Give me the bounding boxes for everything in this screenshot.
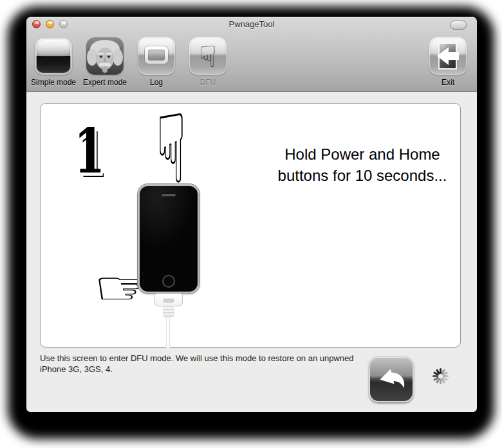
hand-pointing-down-icon: ☟ — [156, 101, 186, 197]
icon-gloss — [140, 39, 173, 55]
progress-spinner — [430, 366, 451, 386]
instruction-panel: 1 ☟ ☞ Hold Power and Home buttons for 10… — [40, 103, 461, 348]
exit-door-arrow-icon — [429, 37, 467, 75]
toolbar-item-simple-mode[interactable]: Simple mode — [28, 37, 79, 87]
back-button[interactable] — [369, 356, 414, 402]
usb-cable — [166, 317, 170, 348]
iphone-illustration — [138, 184, 200, 294]
back-curved-arrow-icon — [377, 364, 408, 395]
dock-connector-plug — [154, 294, 183, 306]
titlebar[interactable]: PwnageTool — [26, 17, 477, 31]
pwnagetool-window: PwnageTool Simple mode — [26, 17, 477, 412]
toolbar-item-log[interactable]: Log — [131, 37, 182, 87]
instruction-headline: Hold Power and Home buttons for 10 secon… — [267, 144, 458, 186]
toolbar-item-label: Simple mode — [28, 78, 79, 87]
iphone-earpiece — [162, 193, 176, 196]
cable-strain-relief — [163, 306, 174, 317]
simple-mode-icon — [35, 37, 72, 75]
toolbar-item-dfu: ☟ DFU — [182, 37, 234, 87]
window-title: PwnageTool — [26, 19, 477, 29]
dfu-description-text: Use this screen to enter DFU mode. We wi… — [40, 353, 369, 375]
icon-gloss — [38, 40, 69, 57]
icon-gloss — [191, 39, 225, 55]
toolbar-item-exit[interactable]: Exit — [422, 37, 474, 87]
toolbar-item-label: Log — [131, 78, 182, 87]
einstein-photo-icon — [86, 37, 124, 75]
dock-connector-slot — [163, 299, 174, 303]
toolbar-item-label: DFU — [182, 78, 234, 87]
window-chrome: PwnageTool Simple mode — [26, 17, 477, 92]
toolbar-toggle-pill-button[interactable] — [450, 21, 467, 30]
toolbar-item-label: Expert mode — [79, 78, 131, 87]
toolbar-item-label: Exit — [422, 78, 474, 87]
dfu-hand-down-icon: ☟ — [189, 37, 227, 75]
log-window-icon — [138, 37, 175, 75]
toolbar-item-expert-mode[interactable]: Expert mode — [79, 37, 131, 87]
iphone-home-button — [162, 275, 175, 288]
icon-gloss — [431, 39, 465, 55]
step-number: 1 — [74, 120, 105, 182]
